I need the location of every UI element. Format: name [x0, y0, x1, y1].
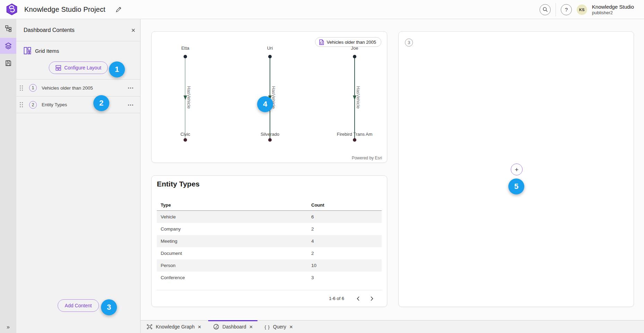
list-item-entity-types[interactable]: 2 Entity Types ••• — [16, 96, 140, 113]
node-label: Civic — [158, 132, 213, 137]
annotation-badge-3: 3 — [101, 299, 117, 315]
close-panel-button[interactable]: × — [131, 27, 135, 34]
node-label: Silverado — [242, 132, 298, 137]
drag-handle[interactable] — [20, 85, 23, 91]
table-row: Meeting 4 — [157, 235, 382, 247]
graph-column: Uri HasVehicle Silverado — [242, 32, 298, 163]
list-item-vehicles[interactable]: 1 Vehicles older than 2005 ••• — [16, 79, 140, 96]
column-header-count: Count — [311, 202, 382, 208]
user-menu[interactable]: Knowledge Studio publisher2 — [592, 4, 634, 16]
add-widget-button[interactable]: + — [511, 164, 523, 175]
question-icon: ? — [565, 7, 568, 13]
graph-column: Etta HasVehicle Civic — [158, 32, 213, 163]
item-menu-button[interactable]: ••• — [128, 103, 134, 107]
edge-label: HasVehicle — [356, 86, 361, 109]
edit-title-button[interactable] — [115, 6, 122, 13]
chevron-right-icon — [370, 296, 374, 301]
cell-count: 2 — [311, 226, 382, 232]
grid-items-label: Grid Items — [35, 48, 59, 54]
annotation-badge-1: 1 — [109, 61, 125, 77]
table-row: Document 2 — [157, 247, 382, 259]
braces-icon: { } — [264, 324, 270, 330]
person-node[interactable] — [184, 55, 187, 58]
workspace-tab-bar: Knowledge Graph × Dashboard × { } Query … — [141, 320, 644, 333]
left-icon-rail: » — [0, 19, 16, 333]
cell-type: Vehicle — [157, 214, 311, 219]
pencil-icon — [115, 6, 122, 13]
vehicle-node[interactable] — [353, 138, 356, 142]
node-label: Uri — [242, 45, 298, 51]
cell-count: 4 — [311, 239, 382, 244]
cell-type: Conference — [157, 275, 311, 280]
configure-layout-label: Configure Layout — [64, 65, 101, 70]
slot-number-badge: 3 — [405, 39, 413, 47]
annotation-badge-2: 2 — [93, 95, 109, 111]
close-tab-icon[interactable]: × — [289, 324, 293, 330]
layers-icon — [5, 42, 12, 49]
table-row: Vehicle 6 — [157, 211, 382, 223]
edge-label: HasVehicle — [186, 86, 192, 109]
vehicle-node[interactable] — [184, 138, 187, 142]
grid-items-icon — [24, 47, 31, 55]
panel-header: Dashboard Contents × — [16, 19, 140, 41]
rail-item-dashboard-contents[interactable] — [0, 38, 16, 54]
cell-type: Company — [157, 226, 311, 232]
layout-icon — [55, 65, 61, 71]
collapse-panel-button[interactable]: » — [0, 324, 16, 330]
item-index-badge: 1 — [29, 84, 37, 92]
person-node[interactable] — [268, 55, 272, 58]
esri-attribution: Powered by Esri — [352, 156, 382, 160]
entity-types-widget: Entity Types Type Count Vehicle 6 Compan… — [151, 175, 387, 307]
next-page-button[interactable] — [367, 294, 377, 303]
chevron-left-icon — [356, 296, 360, 301]
cell-type: Meeting — [157, 239, 311, 244]
annotation-badge-4: 4 — [257, 96, 273, 112]
search-button[interactable] — [540, 4, 551, 15]
grid-item-list: 1 Vehicles older than 2005 ••• 2 Entity … — [16, 79, 140, 113]
search-icon — [542, 7, 548, 13]
table-row: Person 10 — [157, 259, 382, 272]
dashboard-gauge-icon — [213, 324, 219, 330]
cell-count: 10 — [311, 263, 382, 268]
pagination-range: 1-6 of 6 — [329, 296, 344, 301]
configure-layout-button[interactable]: Configure Layout — [49, 61, 108, 74]
item-label: Entity Types — [42, 102, 128, 107]
help-button[interactable]: ? — [561, 4, 572, 15]
vehicle-node[interactable] — [268, 138, 272, 142]
tab-label: Query — [273, 324, 286, 330]
column-header-type: Type — [157, 202, 311, 208]
cell-type: Person — [157, 263, 311, 268]
grid-items-section: Grid Items — [24, 47, 59, 55]
cell-count: 2 — [311, 251, 382, 256]
save-icon — [5, 60, 12, 67]
add-content-button[interactable]: Add Content — [58, 299, 99, 312]
tab-query[interactable]: { } Query × — [263, 320, 294, 333]
tab-dashboard[interactable]: Dashboard × — [212, 320, 254, 333]
rail-item-save[interactable] — [0, 55, 16, 71]
cell-count: 3 — [311, 275, 382, 280]
card-title: Entity Types — [157, 180, 200, 188]
previous-page-button[interactable] — [353, 294, 363, 303]
table-pagination: 1-6 of 6 — [157, 290, 382, 307]
item-menu-button[interactable]: ••• — [128, 86, 134, 90]
graph-column: Joe HasVehicle Firebird Trans Am — [327, 32, 382, 163]
tab-knowledge-graph[interactable]: Knowledge Graph × — [145, 320, 203, 333]
entity-types-table: Type Count Vehicle 6 Company 2 Meeting 4… — [157, 199, 382, 284]
cell-type: Document — [157, 251, 311, 256]
avatar[interactable]: KS — [577, 5, 587, 15]
table-row: Company 2 — [157, 223, 382, 235]
rail-item-knowledge-graph[interactable] — [0, 20, 16, 36]
document-icon — [319, 39, 324, 45]
tab-label: Knowledge Graph — [156, 324, 195, 330]
node-label: Etta — [158, 45, 213, 51]
close-tab-icon[interactable]: × — [198, 324, 201, 330]
table-row: Conference 3 — [157, 272, 382, 284]
drag-handle[interactable] — [20, 102, 23, 107]
sitemap-icon — [5, 25, 12, 32]
node-label: Firebird Trans Am — [327, 132, 382, 137]
panel-title: Dashboard Contents — [24, 27, 131, 33]
item-label: Vehicles older than 2005 — [42, 85, 128, 91]
user-role: publisher2 — [592, 10, 634, 16]
close-tab-icon[interactable]: × — [249, 324, 253, 330]
person-node[interactable] — [353, 55, 356, 58]
